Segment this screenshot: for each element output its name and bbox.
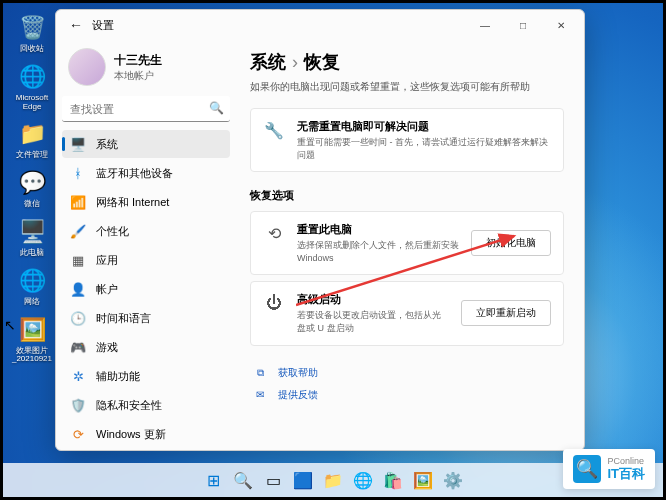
nav-label: 系统: [96, 137, 118, 152]
icon-label: 回收站: [20, 45, 44, 54]
breadcrumb: 系统›恢复: [250, 50, 564, 74]
desktop-icons: 🗑️回收站🌐Microsoft Edge📁文件管理💬微信🖥️此电脑🌐网络🖼️效果…: [11, 13, 53, 364]
user-block[interactable]: 十三先生 本地帐户: [62, 44, 230, 90]
tip-desc: 重置可能需要一些时间 - 首先，请尝试通过运行疑难解答来解决问题: [297, 136, 551, 161]
user-name: 十三先生: [114, 52, 162, 69]
nav-icon: 🛡️: [70, 398, 86, 413]
help-link-1[interactable]: ✉提供反馈: [250, 384, 564, 406]
recovery-card-1: ⏻ 高级启动 若要设备以更改启动设置，包括从光盘或 U 盘启动 立即重新启动: [250, 281, 564, 345]
card-title: 高级启动: [297, 292, 449, 307]
nav-label: 时间和语言: [96, 311, 151, 326]
section-heading: 恢复选项: [250, 188, 564, 203]
close-button[interactable]: ✕: [542, 10, 580, 40]
nav-label: 游戏: [96, 340, 118, 355]
page-subtitle: 如果你的电脑出现问题或希望重置，这些恢复选项可能有所帮助: [250, 80, 564, 94]
breadcrumb-current: 恢复: [304, 52, 340, 72]
card-icon: ⟲: [263, 222, 285, 243]
link-label: 提供反馈: [278, 388, 318, 402]
settings-taskbar-icon[interactable]: ⚙️: [441, 468, 465, 492]
sidebar-item-4[interactable]: ▦应用: [62, 246, 230, 274]
nav-icon: 🖌️: [70, 224, 86, 239]
link-label: 获取帮助: [278, 366, 318, 380]
minimize-button[interactable]: —: [466, 10, 504, 40]
desktop-icon[interactable]: 🗑️回收站: [11, 13, 53, 54]
app-icon: 🖥️: [17, 217, 47, 247]
back-button[interactable]: ←: [60, 17, 92, 33]
nav-label: Windows 更新: [96, 427, 166, 442]
nav-label: 蓝牙和其他设备: [96, 166, 173, 181]
help-link-0[interactable]: ⧉获取帮助: [250, 362, 564, 384]
link-icon: ⧉: [252, 367, 268, 379]
desktop-icon[interactable]: 💬微信: [11, 168, 53, 209]
sidebar-item-7[interactable]: 🎮游戏: [62, 333, 230, 361]
nav-icon: 📶: [70, 195, 86, 210]
wrench-icon: 🔧: [263, 119, 285, 140]
sidebar-item-8[interactable]: ✲辅助功能: [62, 362, 230, 390]
icon-label: 此电脑: [20, 249, 44, 258]
sidebar-item-1[interactable]: ᚼ蓝牙和其他设备: [62, 159, 230, 187]
desktop-icon[interactable]: 📁文件管理: [11, 119, 53, 160]
tip-card[interactable]: 🔧 无需重置电脑即可解决问题 重置可能需要一些时间 - 首先，请尝试通过运行疑难…: [250, 108, 564, 172]
sidebar-item-10[interactable]: ⟳Windows 更新: [62, 420, 230, 448]
window-title: 设置: [92, 18, 466, 33]
desktop-icon[interactable]: 🖥️此电脑: [11, 217, 53, 258]
nav-icon: 👤: [70, 282, 86, 297]
nav-label: 隐私和安全性: [96, 398, 162, 413]
breadcrumb-root[interactable]: 系统: [250, 52, 286, 72]
card-desc: 选择保留或删除个人文件，然后重新安装 Windows: [297, 239, 459, 264]
app-icon: 💬: [17, 168, 47, 198]
sidebar-item-5[interactable]: 👤帐户: [62, 275, 230, 303]
maximize-button[interactable]: □: [504, 10, 542, 40]
nav-icon: ▦: [70, 253, 86, 268]
card-action-button[interactable]: 初始化电脑: [471, 230, 551, 256]
settings-window: ← 设置 — □ ✕ 十三先生 本地帐户 🔍: [55, 9, 585, 451]
link-icon: ✉: [252, 389, 268, 400]
desktop-icon[interactable]: 🌐Microsoft Edge: [11, 62, 53, 112]
search-taskbar-icon[interactable]: 🔍: [231, 468, 255, 492]
task-view-icon[interactable]: ▭: [261, 468, 285, 492]
nav-label: 应用: [96, 253, 118, 268]
sidebar-item-2[interactable]: 📶网络和 Internet: [62, 188, 230, 216]
edge-icon[interactable]: 🌐: [351, 468, 375, 492]
avatar: [68, 48, 106, 86]
start-button[interactable]: ⊞: [201, 468, 225, 492]
nav-label: 帐户: [96, 282, 118, 297]
app-icon: 🖼️: [17, 315, 47, 345]
nav-label: 网络和 Internet: [96, 195, 169, 210]
nav-icon: 🕒: [70, 311, 86, 326]
search-input[interactable]: [62, 96, 230, 122]
nav-label: 辅助功能: [96, 369, 140, 384]
sidebar-item-6[interactable]: 🕒时间和语言: [62, 304, 230, 332]
titlebar: ← 设置 — □ ✕: [56, 10, 584, 40]
card-action-button[interactable]: 立即重新启动: [461, 300, 551, 326]
tip-title: 无需重置电脑即可解决问题: [297, 119, 551, 134]
card-desc: 若要设备以更改启动设置，包括从光盘或 U 盘启动: [297, 309, 449, 334]
nav-label: 个性化: [96, 224, 129, 239]
nav-icon: 🖥️: [70, 137, 86, 152]
store-icon[interactable]: 🛍️: [381, 468, 405, 492]
recovery-card-0: ⟲ 重置此电脑 选择保留或删除个人文件，然后重新安装 Windows 初始化电脑: [250, 211, 564, 275]
widgets-icon[interactable]: 🟦: [291, 468, 315, 492]
app-icon: 🌐: [17, 266, 47, 296]
desktop-icon[interactable]: 🌐网络: [11, 266, 53, 307]
sidebar-item-3[interactable]: 🖌️个性化: [62, 217, 230, 245]
card-icon: ⏻: [263, 292, 285, 312]
icon-label: 微信: [24, 200, 40, 209]
photos-icon[interactable]: 🖼️: [411, 468, 435, 492]
nav-list: 🖥️系统ᚼ蓝牙和其他设备📶网络和 Internet🖌️个性化▦应用👤帐户🕒时间和…: [62, 130, 230, 448]
watermark: 🔍 PConline IT百科: [563, 449, 655, 489]
nav-icon: ⟳: [70, 427, 86, 442]
nav-icon: 🎮: [70, 340, 86, 355]
icon-label: 网络: [24, 298, 40, 307]
app-icon: 🌐: [17, 62, 47, 92]
desktop-icon[interactable]: 🖼️效果图片_20210921: [11, 315, 53, 365]
search-icon[interactable]: 🔍: [209, 101, 224, 115]
icon-label: 效果图片_20210921: [11, 347, 53, 365]
nav-icon: ✲: [70, 369, 86, 384]
sidebar-item-9[interactable]: 🛡️隐私和安全性: [62, 391, 230, 419]
card-title: 重置此电脑: [297, 222, 459, 237]
sidebar-item-0[interactable]: 🖥️系统: [62, 130, 230, 158]
explorer-icon[interactable]: 📁: [321, 468, 345, 492]
sidebar: 十三先生 本地帐户 🔍 🖥️系统ᚼ蓝牙和其他设备📶网络和 Internet🖌️个…: [56, 40, 236, 450]
nav-icon: ᚼ: [70, 166, 86, 181]
